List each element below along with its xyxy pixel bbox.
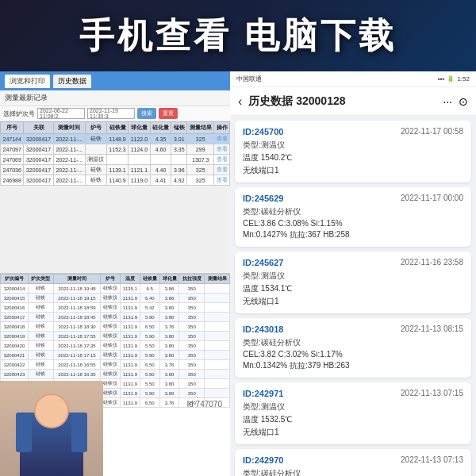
card-id-4: ID:243018 (243, 324, 283, 334)
table-row[interactable]: 32000415硅铁2022-11-18 19:15硅铁仪1131.96.403… (1, 294, 230, 303)
right-panel: 中国联通 ▪▪▪ 🔋 1:52 ‹ 历史数据 32000128 ··· ⊙ ID… (230, 71, 476, 476)
person-image (0, 381, 103, 476)
card-detail-1: 温度 1540.2℃ (243, 152, 463, 163)
card-type-label-6: 类型:碳硅分析仪 (243, 468, 301, 476)
top-banner: 手机查看 电脑下载 (0, 0, 476, 71)
time-display: 1:52 (457, 75, 470, 83)
card-detail-4: CEL:3.82 C:3.02% Si:1.17% (243, 350, 463, 359)
card-extra-2: Mn:0.1427% 抗拉:367 HB:258 (243, 229, 463, 240)
card-date-4: 2022-11-13 08:15 (401, 324, 463, 334)
card-date-5: 2022-11-13 07:15 (401, 389, 463, 398)
table-row[interactable]: 32000419硅铁2022-11-18 17:55硅铁仪1131.95.903… (1, 332, 230, 341)
carrier-text: 中国联通 (236, 75, 262, 83)
data-card-1[interactable]: ID:245700 2022-11-17 00:58 类型:测温仪 温度 154… (235, 121, 471, 182)
data-card-5[interactable]: ID:242971 2022-11-13 07:15 类型:测温仪 温度 153… (235, 382, 471, 444)
mobile-header: ‹ 历史数据 32000128 ··· ⊙ (230, 87, 476, 116)
wifi-icon: ▪▪▪ (438, 75, 445, 83)
table-row[interactable]: 246988 32000417 2022-11-... 硅铁 1140.9 11… (1, 175, 230, 186)
card-type-label-5: 类型:测温仪 (243, 401, 285, 413)
search-button[interactable]: 搜索 (137, 108, 156, 119)
card-extra-3: 无线端口1 (243, 296, 463, 307)
card-date-3: 2022-11-16 23:58 (401, 258, 463, 267)
card-date-6: 2022-11-13 07:13 (401, 455, 463, 465)
id-overlay: Id 747070 (187, 400, 223, 409)
col-header-time: 测量时间 (53, 122, 85, 134)
table-row[interactable]: 32000416硅铁2022-11-18 18:59硅铁仪1131.95.423… (1, 303, 230, 313)
desktop-ui-bottom: 炉次编号 炉次类型 测量时间 炉号 温度 硅铁量 球化量 抗拉强度 测量结果 3… (0, 274, 230, 476)
table-row[interactable]: 247144 32000417 2022-11-... 硅铁 1148.9 11… (1, 134, 230, 144)
mobile-content[interactable]: ID:245700 2022-11-17 00:58 类型:测温仪 温度 154… (230, 116, 476, 476)
card-type-label-1: 类型:测温仪 (243, 140, 285, 151)
col-header-sic: 硅化量 (150, 122, 171, 134)
data-card-2[interactable]: ID:245629 2022-11-17 00:00 类型:碳硅分析仪 CEL:… (235, 187, 471, 247)
card-id-6: ID:242970 (243, 455, 283, 465)
card-id-3: ID:245627 (243, 258, 283, 267)
tab-history[interactable]: 历史数据 (53, 75, 91, 88)
card-extra-1: 无线端口1 (243, 165, 463, 176)
card-detail-5: 温度 1532.5℃ (243, 414, 463, 425)
card-id-1: ID:245700 (243, 127, 283, 136)
data-card-4[interactable]: ID:243018 2022-11-13 08:15 类型:碳硅分析仪 CEL:… (235, 318, 471, 378)
mobile-page-title: 历史数据 32000128 (248, 94, 436, 109)
table-row[interactable]: 32000423硅铁2022-11-18 16:35硅铁仪1131.95.903… (1, 370, 230, 379)
card-detail-2: CEL:3.86 C:3.08% Si:1.15% (243, 219, 463, 228)
card-date-2: 2022-11-17 00:00 (401, 194, 463, 203)
tab-browse[interactable]: 浏览和打印 (5, 75, 50, 88)
table-row[interactable]: 32000414硅铁2022-11-18 19:48硅铁仪1135.16.53.… (1, 284, 230, 294)
card-date-1: 2022-11-17 00:58 (401, 127, 463, 136)
card-extra-4: Mn:0.1342% 抗拉:379 HB:263 (243, 360, 463, 371)
card-type-label-3: 类型:测温仪 (243, 271, 285, 282)
card-id-2: ID:245629 (243, 194, 283, 203)
status-icons: ▪▪▪ 🔋 1:52 (438, 75, 470, 83)
reset-button[interactable]: 重置 (159, 108, 178, 119)
card-type-label-2: 类型:碳硅分析仪 (243, 206, 301, 217)
table-row[interactable]: 247097 32000417 2022-11-... 1152.3 1124.… (1, 144, 230, 155)
table-row[interactable]: 32000418硅铁2022-11-18 18:30硅铁仪1131.96.503… (1, 322, 230, 332)
table-row[interactable]: 32000417硅铁2022-11-18 18:45硅铁仪1131.95.903… (1, 313, 230, 322)
table-row[interactable]: 247036 32000417 2022-11-... 硅铁 1139.1 11… (1, 165, 230, 175)
card-extra-5: 无线端口1 (243, 427, 463, 438)
col-header-result: 测量结果 (187, 122, 214, 134)
banner-text: 手机查看 电脑下载 (79, 13, 397, 60)
col-header-action: 操作 (214, 122, 230, 134)
menu-dots-icon[interactable]: ··· (443, 95, 452, 108)
data-table: 序号 关联 测量时间 炉号 硅铁量 球化量 硅化量 锰铁 测量结果 操作 (0, 121, 230, 186)
data-table-container: 序号 关联 测量时间 炉号 硅铁量 球化量 硅化量 锰铁 测量结果 操作 (0, 121, 230, 186)
table-row[interactable]: 32000421硅铁2022-11-18 17:15硅铁仪1131.95.903… (1, 351, 230, 360)
filter-input-1[interactable]: 2022-06-22 11:08:2 (37, 108, 85, 119)
mobile-status-bar: 中国联通 ▪▪▪ 🔋 1:52 (230, 71, 476, 87)
col-header-id: 序号 (1, 122, 24, 134)
col-header-rel: 关联 (24, 122, 53, 134)
col-header-mn: 锰铁 (171, 122, 187, 134)
main-content: 浏览和打印 历史数据 测量最新记录 选择炉次号 2022-06-22 11:08… (0, 71, 476, 476)
col-header-si: 硅铁量 (106, 122, 128, 134)
data-card-3[interactable]: ID:245627 2022-11-16 23:58 类型:测温仪 温度 153… (235, 251, 471, 313)
section-title: 测量最新记录 (0, 90, 230, 106)
card-type-label-4: 类型:碳硅分析仪 (243, 337, 301, 348)
card-detail-3: 温度 1534.1℃ (243, 283, 463, 294)
filter-input-2[interactable]: 2022-11-19 11:30:3 (87, 108, 135, 119)
settings-icon[interactable]: ⊙ (459, 95, 468, 108)
table-row[interactable]: 32000422硅铁2022-11-18 16:55硅铁仪1131.96.503… (1, 360, 230, 370)
left-panel: 浏览和打印 历史数据 测量最新记录 选择炉次号 2022-06-22 11:08… (0, 71, 230, 476)
table-row[interactable]: 247069 32000417 2022-11-... 测温仪 1307.3 查… (1, 155, 230, 165)
card-id-5: ID:242971 (243, 389, 283, 398)
filter-label: 选择炉次号 (3, 109, 35, 118)
desktop-ui-top: 浏览和打印 历史数据 测量最新记录 选择炉次号 2022-06-22 11:08… (0, 71, 230, 274)
ui-toolbar: 浏览和打印 历史数据 (0, 71, 230, 90)
filter-row: 选择炉次号 2022-06-22 11:08:2 2022-11-19 11:3… (0, 106, 230, 121)
data-card-6[interactable]: ID:242970 2022-11-13 07:13 类型:碳硅分析仪 CEL:… (235, 449, 471, 476)
col-header-type: 炉号 (85, 122, 106, 134)
back-button[interactable]: ‹ (238, 94, 242, 109)
table-row[interactable]: 32000420硅铁2022-11-18 17:35硅铁仪1131.95.503… (1, 341, 230, 351)
col-header-ball: 球化量 (129, 122, 150, 134)
battery-icon: 🔋 (447, 75, 455, 83)
